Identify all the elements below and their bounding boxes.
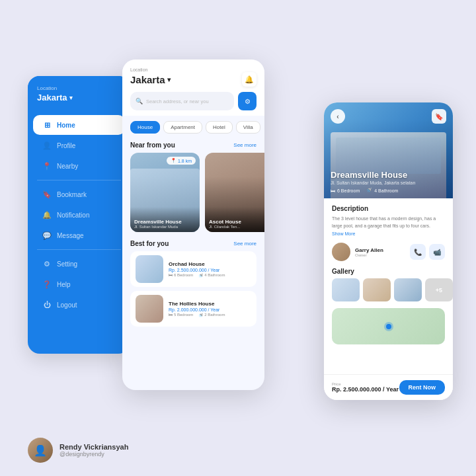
- gallery-row: +5: [332, 278, 445, 301]
- bottom-credit: 👤 Rendy Vickriansyah @designbyrendy: [28, 438, 128, 463]
- owner-avatar: [332, 243, 350, 261]
- tab-apartment[interactable]: Apartment: [163, 121, 202, 134]
- bath-icon: 🚿: [198, 313, 203, 317]
- hero-meta: 🛏6 Bedroom 🚿4 Bathroom: [331, 188, 446, 193]
- call-button[interactable]: 📞: [410, 244, 426, 260]
- credit-info: Rendy Vickriansyah @designbyrendy: [60, 443, 128, 457]
- near-card-0-info: Dreamsville House Jl. Sultan Iskandar Mu…: [130, 207, 200, 232]
- screen3-detail: ‹ 🔖 Dreamsville House Jl. Sultan Iskanda…: [324, 102, 453, 400]
- detail-body: Description The 3 level house that has a…: [324, 198, 453, 356]
- screen2-header: Location Jakarta ▾ 🔔 🔍 Search address, o…: [122, 60, 264, 116]
- search-icon: 🔍: [136, 98, 143, 104]
- help-icon: ❓: [42, 280, 52, 289]
- setting-icon: ⚙: [42, 259, 52, 268]
- sidebar-item-logout[interactable]: ⏻ Logout: [33, 295, 125, 315]
- nearby-icon: 📍: [42, 161, 52, 171]
- sidebar-item-message[interactable]: 💬 Message: [33, 225, 125, 245]
- bed-icon: 🛏: [169, 313, 173, 317]
- screen1-city: Jakarta ▾: [37, 93, 121, 102]
- hollies-thumb: [136, 295, 163, 323]
- owner-row: Garry Allen Owner 📞 📹: [332, 243, 445, 261]
- owner-details: Garry Allen Owner: [355, 247, 383, 257]
- screen1-sidebar: Location Jakarta ▾ ⊞ Home 👤 Profile 📍 Ne…: [28, 76, 130, 354]
- list-item-orchad[interactable]: Orchad House Rp. 2.500.000.000 / Year 🛏6…: [130, 251, 257, 287]
- filter-icon: ⚙: [245, 98, 251, 105]
- best-for-you-list: Orchad House Rp. 2.500.000.000 / Year 🛏6…: [122, 251, 264, 327]
- orchad-info: Orchad House Rp. 2.500.000.000 / Year 🛏6…: [169, 261, 251, 278]
- sidebar-item-nearby[interactable]: 📍 Nearby: [33, 156, 125, 176]
- map-preview[interactable]: [332, 308, 445, 344]
- sidebar-item-profile[interactable]: 👤 Profile: [33, 136, 125, 155]
- owner-info: Garry Allen Owner: [332, 243, 383, 261]
- list-item-hollies[interactable]: The Hollies House Rp. 2.000.000.000 / Ye…: [130, 291, 257, 327]
- nav-divider-2: [37, 249, 121, 250]
- bed-icon: 🛏: [331, 188, 335, 193]
- credit-avatar: 👤: [28, 438, 53, 463]
- orchad-meta: 🛏6 Bedroom 🚿4 Bathroom: [169, 273, 251, 278]
- sidebar-item-notification[interactable]: 🔔 Notification: [33, 205, 125, 225]
- price-block: Price Rp. 2.500.000.000 / Year: [332, 382, 399, 393]
- chevron-down-icon: ▾: [167, 76, 171, 83]
- gallery-thumb-0[interactable]: [332, 278, 360, 301]
- near-card-1-info: Ascot House Jl. Cilandak Ten...: [205, 207, 264, 232]
- filter-button[interactable]: ⚙: [238, 92, 257, 110]
- near-card-1[interactable]: Ascot House Jl. Cilandak Ten...: [205, 153, 264, 232]
- search-box[interactable]: 🔍 Search address, or near you: [130, 92, 234, 110]
- bath-icon: 🚿: [366, 188, 372, 193]
- sidebar-item-bookmark[interactable]: 🔖 Bookmark: [33, 184, 125, 204]
- hollies-meta: 🛏5 Bedroom 🚿2 Bathroom: [169, 313, 251, 317]
- sidebar-item-home[interactable]: ⊞ Home: [33, 115, 125, 135]
- screen2-location-label: Location: [130, 67, 257, 72]
- hero-info: Dreamsville House Jl. Sultan Iskandar Mu…: [331, 170, 446, 193]
- notification-icon: 🔔: [42, 210, 52, 219]
- near-card-0[interactable]: 📍 1.8 km Dreamsville House Jl. Sultan Is…: [130, 153, 200, 232]
- sidebar-item-setting[interactable]: ⚙ Setting: [33, 254, 125, 274]
- bell-button[interactable]: 🔔: [242, 72, 257, 87]
- bookmark-button[interactable]: 🔖: [432, 109, 446, 124]
- gallery-more[interactable]: +5: [425, 278, 453, 301]
- home-icon: ⊞: [42, 120, 52, 130]
- owner-action-btns: 📞 📹: [410, 244, 445, 260]
- bath-icon: 🚿: [198, 273, 203, 278]
- nav-divider-1: [37, 180, 121, 180]
- near-card-0-distance: 📍 1.8 km: [167, 157, 196, 165]
- detail-footer: Price Rp. 2.500.000.000 / Year Rent Now: [324, 374, 453, 400]
- screen2-city-row: Jakarta ▾ 🔔: [130, 72, 257, 87]
- back-button[interactable]: ‹: [331, 109, 345, 124]
- tab-villa[interactable]: Villa: [236, 121, 260, 134]
- screen2-main: Location Jakarta ▾ 🔔 🔍 Search address, o…: [122, 60, 264, 390]
- screen1-location-label: Location: [37, 85, 121, 91]
- video-button[interactable]: 📹: [429, 244, 445, 260]
- chevron-down-icon: ▾: [69, 95, 73, 101]
- hollies-info: The Hollies House Rp. 2.000.000.000 / Ye…: [169, 301, 251, 317]
- tab-hotel[interactable]: Hotel: [206, 121, 233, 134]
- best-for-you-header: Best for you See more: [122, 237, 264, 251]
- logout-icon: ⏻: [42, 300, 52, 309]
- orchad-thumb: [136, 255, 163, 283]
- tab-house[interactable]: House: [130, 121, 160, 134]
- screen2-city: Jakarta ▾: [130, 74, 171, 85]
- search-row: 🔍 Search address, or near you ⚙: [130, 92, 257, 110]
- location-pin-icon: 📍: [171, 158, 177, 163]
- sidebar-item-help[interactable]: ❓ Help: [33, 274, 125, 294]
- gallery-thumb-2[interactable]: [394, 278, 422, 301]
- screen1-header: Location Jakarta ▾: [28, 76, 130, 109]
- profile-icon: 👤: [42, 141, 52, 150]
- near-cards-row: 📍 1.8 km Dreamsville House Jl. Sultan Is…: [122, 153, 264, 237]
- gallery-thumb-1[interactable]: [363, 278, 391, 301]
- bed-icon: 🛏: [169, 273, 173, 277]
- near-from-you-header: Near from you See more: [122, 139, 264, 153]
- detail-hero-image: ‹ 🔖 Dreamsville House Jl. Sultan Iskanda…: [324, 102, 453, 198]
- bookmark-icon: 🔖: [42, 190, 52, 199]
- screen1-nav: ⊞ Home 👤 Profile 📍 Nearby 🔖 Bookmark 🔔 N…: [28, 109, 130, 321]
- rent-now-button[interactable]: Rent Now: [399, 380, 446, 395]
- message-icon: 💬: [42, 231, 52, 240]
- tabs-row: House Apartment Hotel Villa: [122, 116, 264, 139]
